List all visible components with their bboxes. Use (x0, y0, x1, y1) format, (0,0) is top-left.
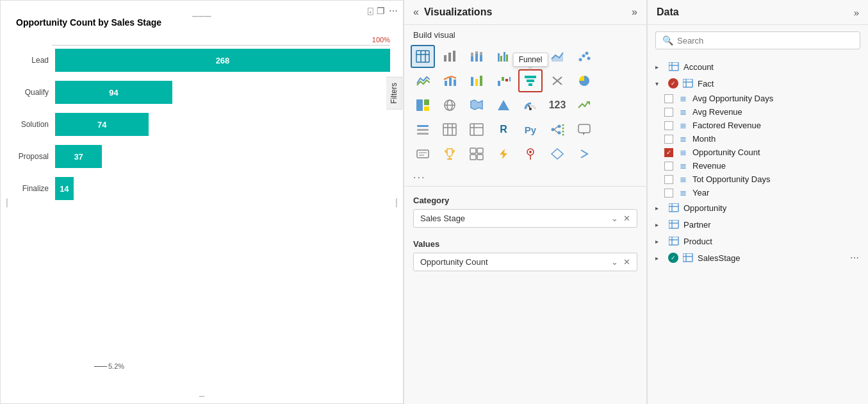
svg-rect-23 (449, 78, 452, 86)
viz-icon-slicer[interactable] (411, 118, 435, 141)
scale-line (94, 366, 107, 367)
viz-icon-gauge[interactable] (518, 94, 543, 117)
viz-icon-speech-bubble[interactable] (572, 118, 596, 141)
viz-icon-bar[interactable] (438, 45, 462, 68)
chart-bottom-handle[interactable]: ⎯ (199, 387, 204, 397)
tree-item-tot-opp-days[interactable]: ≣ Tot Opportunity Days (657, 173, 868, 186)
viz-icon-stacked-bar[interactable] (464, 45, 489, 68)
bar-fill-qualify: 94 (55, 81, 172, 104)
viz-icon-pie[interactable] (572, 69, 596, 92)
filters-tab[interactable]: Filters (386, 77, 402, 110)
svg-rect-49 (417, 129, 429, 131)
avg-revenue-checkbox[interactable] (664, 108, 673, 117)
tree-item-avg-opp-days[interactable]: ≣ Avg Opportunity Days (657, 92, 868, 105)
factored-revenue-checkbox[interactable] (664, 121, 673, 130)
viz-icon-decomp-tree[interactable] (545, 118, 569, 141)
salesstage-more-dots[interactable]: ⋯ (850, 253, 860, 263)
values-chevron[interactable]: ⌄ (611, 257, 618, 267)
bar-row: Lead 268 (13, 49, 390, 72)
viz-icon-diamond[interactable] (545, 142, 569, 165)
resize-handle-right[interactable]: ❘ (393, 197, 400, 207)
category-chevron[interactable]: ⌄ (611, 214, 618, 223)
viz-chevron-right[interactable]: » (632, 6, 637, 18)
viz-icon-treemap[interactable] (411, 94, 435, 117)
tree-item-year[interactable]: ≣ Year (657, 186, 868, 199)
tree-item-avg-revenue[interactable]: ≣ Avg Revenue (657, 105, 868, 119)
year-checkbox[interactable] (664, 189, 673, 198)
data-tree: ▸ Account ▾ ✓ Fact (648, 56, 868, 404)
viz-icon-pin-map[interactable] (518, 142, 543, 165)
bar-container-finalize: 14 (55, 177, 390, 200)
tree-item-month[interactable]: ≣ Month (657, 132, 868, 146)
svg-line-61 (554, 126, 558, 130)
svg-point-58 (552, 128, 555, 131)
tree-group-header-account[interactable]: ▸ Account (648, 58, 868, 75)
fact-check-icon: ✓ (668, 78, 678, 88)
filter-icon[interactable]: ⌺ (368, 6, 373, 16)
viz-icon-line2[interactable] (411, 69, 435, 92)
tree-item-factored-revenue[interactable]: ≣ Factored Revenue (657, 119, 868, 132)
opp-count-checkbox[interactable]: ✓ (664, 148, 673, 157)
viz-icon-funnel[interactable]: Funnel (518, 69, 543, 92)
viz-icon-table-matrix[interactable] (411, 45, 435, 68)
viz-icon-ribbon[interactable] (464, 69, 489, 92)
viz-icon-arrow-right[interactable] (572, 142, 596, 165)
chart-drag-handle[interactable]: ⎯⎯⎯ (192, 6, 211, 17)
tot-opp-days-checkbox[interactable] (664, 175, 673, 184)
viz-icon-matrix[interactable] (464, 118, 489, 141)
viz-icon-small-multiples[interactable] (464, 142, 489, 165)
resize-handle-left[interactable]: ❘ (3, 197, 11, 207)
tree-item-opp-count[interactable]: ✓ ≣ Opportunity Count (657, 146, 868, 159)
svg-rect-29 (498, 81, 500, 86)
tree-group-header-salesstage[interactable]: ▸ ✓ SalesStage ⋯ (648, 249, 868, 266)
viz-chevron-left[interactable]: « (413, 6, 419, 18)
viz-icon-close[interactable] (545, 69, 569, 92)
svg-point-20 (585, 52, 589, 55)
tree-group-header-opportunity[interactable]: ▸ Opportunity (648, 199, 868, 216)
avg-opp-days-checkbox[interactable] (664, 94, 673, 103)
viz-icon-scatter[interactable] (572, 45, 596, 68)
viz-icon-waterfall[interactable] (491, 69, 516, 92)
tree-item-revenue[interactable]: ≣ Revenue (657, 159, 868, 173)
viz-icon-shape-map[interactable] (464, 94, 489, 117)
search-input[interactable] (677, 36, 853, 46)
category-drop-zone[interactable]: Sales Stage ⌄ ✕ (413, 209, 637, 228)
viz-icon-arrow-up[interactable] (491, 94, 516, 117)
chart-52-label: 5.2% (108, 362, 124, 370)
more-options-icon[interactable]: ⋯ (389, 6, 398, 16)
viz-icon-number[interactable]: 123 (545, 94, 569, 117)
viz-icon-trophy[interactable] (438, 142, 462, 165)
month-checkbox[interactable] (664, 135, 673, 144)
svg-rect-15 (504, 52, 505, 62)
svg-rect-4 (444, 55, 446, 62)
avg-opp-days-icon: ≣ (677, 94, 689, 103)
viz-icon-combo[interactable] (438, 69, 462, 92)
data-search-box[interactable]: 🔍 (655, 31, 860, 49)
viz-icon-python[interactable]: Py (518, 118, 543, 141)
tree-group-partner: ▸ Partner (648, 216, 868, 233)
values-close[interactable]: ✕ (623, 257, 630, 267)
viz-more-dots[interactable]: ... (404, 167, 646, 186)
category-close[interactable]: ✕ (623, 214, 630, 223)
viz-icon-map[interactable] (438, 94, 462, 117)
viz-icon-clustered-bar[interactable] (491, 45, 516, 68)
data-chevron-right[interactable]: » (854, 7, 859, 18)
svg-rect-76 (470, 155, 476, 160)
viz-icon-smart-narrative[interactable] (411, 142, 435, 165)
viz-icon-r-script[interactable]: R (491, 118, 516, 141)
expand-icon[interactable]: ❐ (377, 6, 385, 16)
values-drop-zone[interactable]: Opportunity Count ⌄ ✕ (413, 253, 637, 271)
tree-group-header-fact[interactable]: ▾ ✓ Fact (648, 75, 868, 92)
factored-revenue-label: Factored Revenue (692, 121, 761, 130)
chart-title: Opportunity Count by Sales Stage (16, 17, 161, 28)
viz-icon-table[interactable] (438, 118, 462, 141)
tree-group-header-partner[interactable]: ▸ Partner (648, 216, 868, 233)
svg-point-59 (558, 125, 561, 128)
bar-label-finalize: Finalize (13, 184, 55, 193)
viz-icon-area[interactable] (545, 45, 569, 68)
viz-icon-kpi[interactable] (572, 94, 596, 117)
viz-icon-lightning[interactable] (491, 142, 516, 165)
avg-revenue-label: Avg Revenue (692, 107, 742, 117)
tree-group-header-product[interactable]: ▸ Product (648, 233, 868, 249)
revenue-checkbox[interactable] (664, 162, 673, 171)
